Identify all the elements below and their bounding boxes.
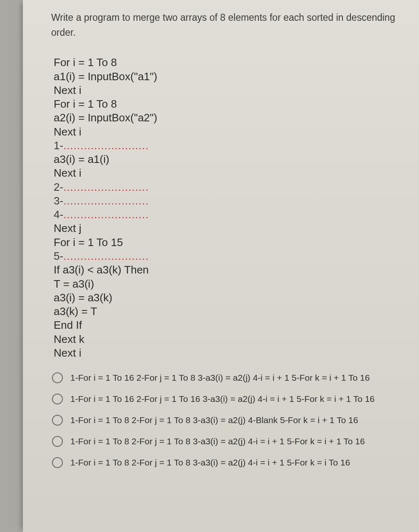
code-line: End If bbox=[54, 318, 409, 332]
option-4[interactable]: 1-For i = 1 To 8 2-For j = 1 To 8 3-a3(i… bbox=[52, 436, 409, 447]
code-line: Next i bbox=[54, 125, 409, 139]
code-blank-1: 1-......................... bbox=[54, 139, 409, 153]
question-text: Write a program to merge two arrays of 8… bbox=[51, 10, 409, 40]
code-line: a1(i) = InputBox("a1") bbox=[54, 70, 409, 84]
code-line: If a3(i) < a3(k) Then bbox=[54, 263, 409, 277]
option-label: 1-For i = 1 To 8 2-For j = 1 To 8 3-a3(i… bbox=[70, 436, 365, 446]
code-line: For i = 1 To 8 bbox=[54, 97, 409, 111]
code-blank-2: 2-......................... bbox=[54, 180, 409, 194]
code-line: Next k bbox=[54, 332, 409, 346]
radio-icon bbox=[52, 436, 63, 447]
code-line: Next i bbox=[54, 166, 409, 180]
option-label: 1-For i = 1 To 16 2-For j = 1 To 16 3-a3… bbox=[70, 394, 374, 404]
code-line: a2(i) = InputBox("a2") bbox=[54, 111, 409, 125]
option-5[interactable]: 1-For i = 1 To 8 2-For j = 1 To 8 3-a3(i… bbox=[52, 457, 409, 468]
code-line: For i = 1 To 15 bbox=[54, 236, 409, 249]
option-label: 1-For i = 1 To 8 2-For j = 1 To 8 3-a3(i… bbox=[70, 458, 350, 468]
code-blank-4: 4-......................... bbox=[54, 208, 409, 222]
option-label: 1-For i = 1 To 8 2-For j = 1 To 8 3-a3(i… bbox=[70, 415, 358, 425]
option-2[interactable]: 1-For i = 1 To 16 2-For j = 1 To 16 3-a3… bbox=[52, 394, 409, 404]
code-line: a3(i) = a3(k) bbox=[54, 291, 409, 305]
code-block: For i = 1 To 8 a1(i) = InputBox("a1") Ne… bbox=[54, 56, 409, 360]
code-line: Next i bbox=[54, 346, 409, 360]
code-blank-5: 5-......................... bbox=[54, 249, 409, 263]
code-line: Next i bbox=[54, 84, 409, 97]
code-line: For i = 1 To 8 bbox=[54, 56, 409, 69]
radio-icon bbox=[52, 457, 63, 468]
code-line: a3(k) = T bbox=[54, 305, 409, 318]
option-1[interactable]: 1-For i = 1 To 16 2-For j = 1 To 8 3-a3(… bbox=[52, 372, 409, 383]
code-line: Next j bbox=[54, 222, 409, 235]
option-label: 1-For i = 1 To 16 2-For j = 1 To 8 3-a3(… bbox=[70, 373, 370, 383]
option-3[interactable]: 1-For i = 1 To 8 2-For j = 1 To 8 3-a3(i… bbox=[52, 415, 409, 426]
radio-icon bbox=[52, 394, 63, 404]
code-line: T = a3(i) bbox=[54, 277, 409, 291]
answer-options: 1-For i = 1 To 16 2-For j = 1 To 8 3-a3(… bbox=[52, 372, 409, 468]
radio-icon bbox=[52, 372, 63, 383]
question-page: Write a program to merge two arrays of 8… bbox=[23, 0, 419, 532]
radio-icon bbox=[52, 415, 63, 426]
code-line: a3(i) = a1(i) bbox=[54, 153, 409, 166]
code-blank-3: 3-......................... bbox=[54, 194, 409, 208]
